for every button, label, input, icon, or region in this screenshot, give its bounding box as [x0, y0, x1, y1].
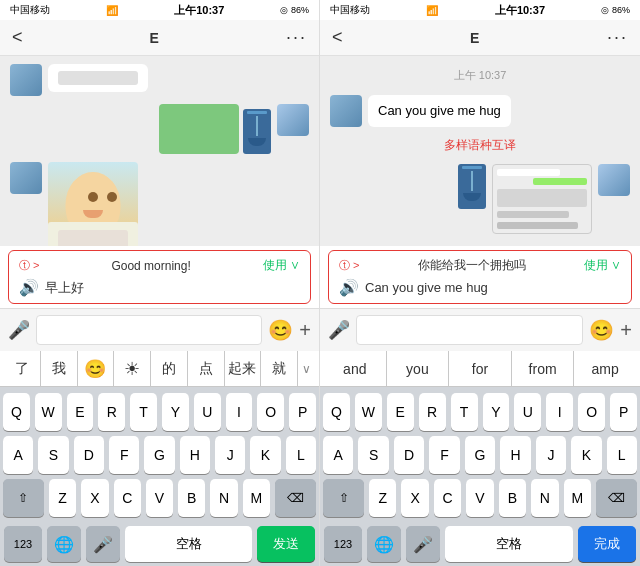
key-w[interactable]: W	[35, 393, 62, 431]
key-g[interactable]: G	[144, 436, 174, 474]
key-e-r[interactable]: E	[387, 393, 414, 431]
key-p-r[interactable]: P	[610, 393, 637, 431]
suggestion-5[interactable]: 就	[261, 351, 298, 386]
chevron-down-icon-left[interactable]: ∨	[298, 362, 315, 376]
sugg-for[interactable]: for	[449, 351, 512, 386]
suggestion-1[interactable]: 我	[41, 351, 78, 386]
key-mic-left[interactable]: 🎤	[86, 526, 120, 562]
key-123-left[interactable]: 123	[4, 526, 42, 562]
key-k[interactable]: K	[250, 436, 280, 474]
key-e[interactable]: E	[67, 393, 94, 431]
suggestion-2[interactable]: 的	[151, 351, 188, 386]
suggestion-emoji[interactable]: 😊	[78, 351, 115, 386]
voice-icon-right[interactable]: 🎤	[328, 319, 350, 341]
key-globe-right[interactable]: 🌐	[367, 526, 401, 562]
key-r[interactable]: R	[98, 393, 125, 431]
key-r-r[interactable]: R	[419, 393, 446, 431]
key-done-right[interactable]: 完成	[578, 526, 636, 562]
use-button-right[interactable]: 使用 ∨	[584, 257, 621, 274]
suggestion-3[interactable]: 点	[188, 351, 225, 386]
add-button-right[interactable]: +	[620, 319, 632, 342]
sugg-you[interactable]: you	[387, 351, 450, 386]
key-n-r[interactable]: N	[531, 479, 558, 517]
text-input-right[interactable]	[356, 315, 583, 345]
key-h-r[interactable]: H	[500, 436, 530, 474]
key-123-right[interactable]: 123	[324, 526, 362, 562]
key-w-r[interactable]: W	[355, 393, 382, 431]
key-y[interactable]: Y	[162, 393, 189, 431]
back-button-left[interactable]: <	[12, 27, 23, 48]
key-q-r[interactable]: Q	[323, 393, 350, 431]
avatar-right-1	[277, 104, 309, 136]
key-i-r[interactable]: I	[546, 393, 573, 431]
speaker-icon-left[interactable]: 🔊	[19, 278, 39, 297]
speaker-icon-right[interactable]: 🔊	[339, 278, 359, 297]
key-l-r[interactable]: L	[607, 436, 637, 474]
emoji-button-left[interactable]: 😊	[268, 318, 293, 342]
key-c-r[interactable]: C	[434, 479, 461, 517]
sugg-from[interactable]: from	[512, 351, 575, 386]
key-o-r[interactable]: O	[578, 393, 605, 431]
key-h[interactable]: H	[180, 436, 210, 474]
key-k-r[interactable]: K	[571, 436, 601, 474]
text-input-left[interactable]	[36, 315, 262, 345]
key-j[interactable]: J	[215, 436, 245, 474]
key-s[interactable]: S	[38, 436, 68, 474]
key-j-r[interactable]: J	[536, 436, 566, 474]
key-d-r[interactable]: D	[394, 436, 424, 474]
more-button-left[interactable]: ···	[286, 27, 307, 48]
key-u-r[interactable]: U	[514, 393, 541, 431]
key-s-r[interactable]: S	[358, 436, 388, 474]
key-n[interactable]: N	[210, 479, 237, 517]
key-f[interactable]: F	[109, 436, 139, 474]
key-globe-left[interactable]: 🌐	[47, 526, 81, 562]
more-button-right[interactable]: ···	[607, 27, 628, 48]
keyboard-left: 了 我 😊 ☀ 的 点 起来 就 ∨ Q W E R T Y U I O P	[0, 351, 319, 566]
key-l[interactable]: L	[286, 436, 316, 474]
key-c[interactable]: C	[114, 479, 141, 517]
voice-icon-left[interactable]: 🎤	[8, 319, 30, 341]
key-delete-left[interactable]: ⌫	[275, 479, 316, 517]
key-b[interactable]: B	[178, 479, 205, 517]
key-mic-right[interactable]: 🎤	[406, 526, 440, 562]
sugg-amp[interactable]: amp	[574, 351, 636, 386]
key-delete-right[interactable]: ⌫	[596, 479, 637, 517]
key-d[interactable]: D	[74, 436, 104, 474]
key-v-r[interactable]: V	[466, 479, 493, 517]
key-p[interactable]: P	[289, 393, 316, 431]
add-button-left[interactable]: +	[299, 319, 311, 342]
suggestion-4[interactable]: 起来	[225, 351, 262, 386]
key-z-r[interactable]: Z	[369, 479, 396, 517]
suggestions-bar-left: 了 我 😊 ☀ 的 点 起来 就 ∨	[0, 351, 319, 387]
key-a-r[interactable]: A	[323, 436, 353, 474]
key-t[interactable]: T	[130, 393, 157, 431]
key-x[interactable]: X	[81, 479, 108, 517]
suggestion-0[interactable]: 了	[4, 351, 41, 386]
key-f-r[interactable]: F	[429, 436, 459, 474]
key-a[interactable]: A	[3, 436, 33, 474]
back-button-right[interactable]: <	[332, 27, 343, 48]
key-shift-left[interactable]: ⇧	[3, 479, 44, 517]
emoji-button-right[interactable]: 😊	[589, 318, 614, 342]
key-u[interactable]: U	[194, 393, 221, 431]
key-m[interactable]: M	[243, 479, 270, 517]
trans-bottom-left: 🔊 早上好	[19, 278, 300, 297]
key-y-r[interactable]: Y	[483, 393, 510, 431]
key-i[interactable]: I	[226, 393, 253, 431]
suggestion-sun[interactable]: ☀	[114, 351, 151, 386]
key-space-left[interactable]: 空格	[125, 526, 252, 562]
key-t-r[interactable]: T	[451, 393, 478, 431]
key-send-left[interactable]: 发送	[257, 526, 315, 562]
key-shift-right[interactable]: ⇧	[323, 479, 364, 517]
key-b-r[interactable]: B	[499, 479, 526, 517]
sugg-and[interactable]: and	[324, 351, 387, 386]
key-v[interactable]: V	[146, 479, 173, 517]
use-button-left[interactable]: 使用 ∨	[263, 257, 300, 274]
key-o[interactable]: O	[257, 393, 284, 431]
key-g-r[interactable]: G	[465, 436, 495, 474]
key-z[interactable]: Z	[49, 479, 76, 517]
key-m-r[interactable]: M	[564, 479, 591, 517]
key-q[interactable]: Q	[3, 393, 30, 431]
key-space-right[interactable]: 空格	[445, 526, 573, 562]
key-x-r[interactable]: X	[401, 479, 428, 517]
